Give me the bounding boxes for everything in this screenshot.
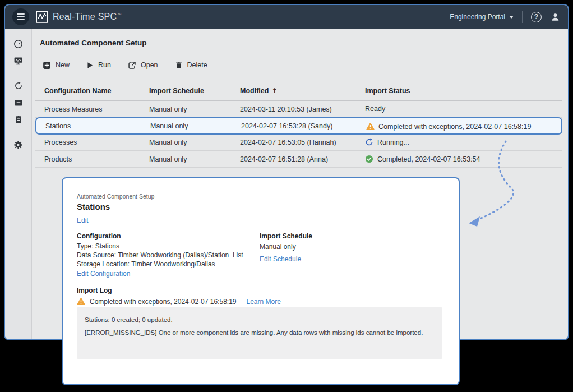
user-icon[interactable] [551,12,560,22]
app-title: Real-Time SPC™ [53,12,122,22]
table-row[interactable]: Process Measures Manual only 2024-03-11 … [35,101,562,118]
status: Completed with exceptions, 2024-02-07 16… [366,122,531,131]
open-button[interactable]: Open [128,61,158,70]
status: Running... [365,138,409,146]
page-title: Automated Component Setup [33,29,568,53]
clipboard-icon[interactable] [10,112,27,127]
import-schedule-heading: Import Schedule [260,232,312,240]
portal-label: Engineering Portal [450,13,505,21]
import-schedule: Manual only [150,122,188,130]
column-header-configuration-name[interactable]: Configuration Name [44,87,111,95]
config-name: Processes [44,139,77,146]
sync-icon[interactable] [10,79,27,93]
warning-icon [77,297,85,306]
play-icon [86,62,94,69]
edit-configuration-link[interactable]: Edit Configuration [77,270,130,278]
import-log-status: Completed with exceptions, 2024-02-07 16… [90,298,237,306]
running-spinner-icon [365,138,373,146]
import-schedule-value: Manual only [260,243,296,251]
panel-breadcrumb: Automated Component Setup [77,193,154,200]
portal-selector[interactable]: Engineering Portal [450,13,514,21]
import-log-output: Stations: 0 created; 0 updated. [ERROR_M… [77,307,442,359]
modified: 2024-02-07 16:51:28 (Anna) [240,155,328,163]
success-check-icon [365,155,373,163]
open-external-icon [128,61,136,70]
new-button[interactable]: New [43,61,70,70]
rail-divider [13,73,24,73]
plus-icon [43,61,51,70]
topbar-divider [522,11,523,23]
panel-title: Stations [77,202,110,211]
column-header-import-status[interactable]: Import Status [365,87,410,95]
trash-icon [175,61,183,69]
warning-icon [366,122,375,131]
column-header-import-schedule[interactable]: Import Schedule [149,87,204,95]
learn-more-link[interactable]: Learn More [247,298,281,306]
modified: 2024-02-07 16:53:28 (Sandy) [241,122,332,130]
hamburger-menu-icon[interactable] [12,8,29,25]
configuration-type: Type: Stations [77,242,119,250]
configuration-heading: Configuration [77,232,121,240]
import-log-status-row: Completed with exceptions, 2024-02-07 16… [77,297,281,306]
config-name: Stations [45,122,71,130]
status: Ready [365,105,385,113]
top-bar: Real-Time SPC™ Engineering Portal ? [5,5,568,29]
help-icon[interactable]: ? [531,12,542,22]
run-button[interactable]: Run [86,61,111,69]
app-logo-icon [36,11,48,23]
config-name: Products [44,155,72,163]
config-name: Process Measures [44,105,103,113]
rail-divider [13,132,24,132]
log-line: Stations: 0 created; 0 updated. [85,316,435,323]
configuration-data-source: Data Source: Timber Woodworking (Dallas)… [77,251,243,259]
dashboard-gauge-icon[interactable] [10,36,27,51]
edit-link[interactable]: Edit [77,216,89,224]
callout-arrow [460,136,524,231]
modified: 2024-02-07 16:53:05 (Hannah) [240,139,336,146]
modified: 2024-03-11 20:10:53 (James) [240,105,332,113]
trademark-symbol: ™ [117,13,121,17]
import-schedule: Manual only [149,105,187,113]
toolbar: New Run Open [33,53,568,77]
settings-gear-icon[interactable] [10,137,27,152]
import-log-heading: Import Log [77,287,112,294]
table-row-selected[interactable]: Stations Manual only 2024-02-07 16:53:28… [35,117,562,135]
charts-monitor-icon[interactable] [10,53,27,68]
import-schedule: Manual only [149,155,187,163]
column-header-modified[interactable]: Modified↑ [240,87,277,95]
left-nav-rail [5,29,32,339]
delete-button[interactable]: Delete [175,61,207,69]
edit-schedule-link[interactable]: Edit Schedule [260,255,301,263]
chevron-down-icon [509,16,514,19]
log-line: [ERROR_MISSING_IDS] One or more componen… [85,329,435,336]
archive-box-icon[interactable] [10,95,27,110]
import-schedule: Manual only [149,139,187,146]
configuration-storage-location: Storage Location: Timber Woodworking/Dal… [77,260,215,268]
table-header-row: Configuration Name Import Schedule Modif… [35,77,562,101]
sort-ascending-icon: ↑ [271,87,277,95]
detail-panel: Automated Component Setup Stations Edit … [62,177,460,385]
